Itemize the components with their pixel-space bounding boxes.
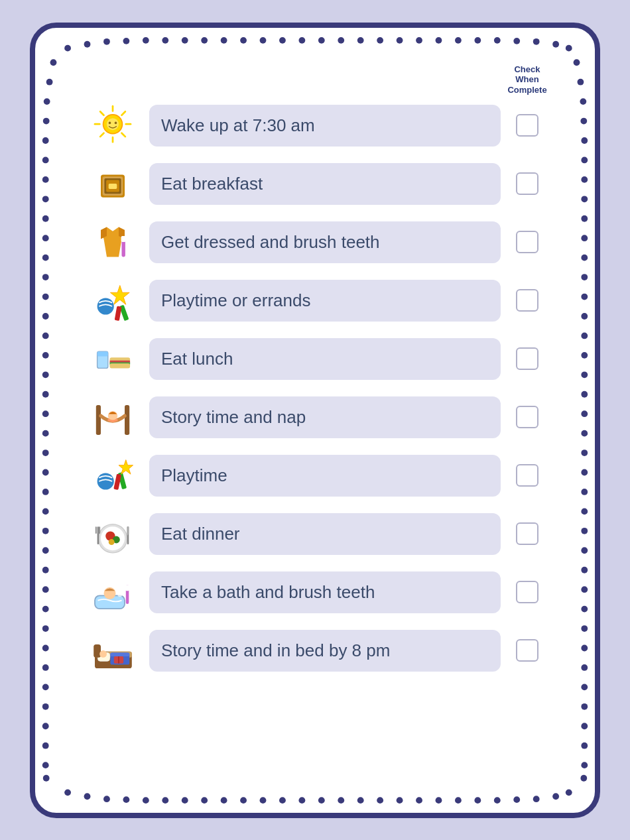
svg-line-141 bbox=[100, 133, 103, 137]
svg-rect-184 bbox=[125, 585, 129, 591]
svg-point-61 bbox=[42, 196, 49, 202]
schedule-row-story-nap: Story time and nap bbox=[76, 390, 554, 444]
activity-lunch: Eat lunch bbox=[149, 338, 501, 380]
activity-breakfast: Eat breakfast bbox=[149, 163, 501, 205]
icon-dressed bbox=[76, 215, 149, 269]
svg-rect-163 bbox=[125, 405, 129, 435]
svg-point-71 bbox=[42, 390, 49, 397]
svg-point-62 bbox=[42, 215, 49, 221]
checkbox-dinner[interactable] bbox=[516, 522, 538, 545]
svg-point-193 bbox=[99, 650, 107, 658]
activity-bath: Take a bath and brush teeth bbox=[149, 571, 501, 613]
svg-point-124 bbox=[581, 684, 588, 690]
svg-point-111 bbox=[581, 430, 588, 436]
svg-rect-157 bbox=[97, 351, 108, 356]
activity-playtime2: Playtime bbox=[149, 455, 501, 497]
checkbox-wrap-breakfast bbox=[501, 172, 554, 195]
checkbox-wrap-story-nap bbox=[501, 406, 554, 428]
schedule-rows: Wake up at 7:30 am Eat breakfast Get dre… bbox=[76, 99, 554, 682]
checkbox-wrap-dinner bbox=[501, 522, 554, 545]
svg-point-58 bbox=[42, 137, 49, 144]
svg-point-81 bbox=[42, 586, 49, 593]
svg-point-66 bbox=[42, 293, 49, 300]
svg-point-125 bbox=[581, 703, 588, 709]
checkbox-wrap-playtime-errands bbox=[501, 289, 554, 312]
svg-point-103 bbox=[581, 274, 588, 280]
svg-point-83 bbox=[42, 625, 49, 632]
svg-point-95 bbox=[580, 117, 587, 124]
main-card: CheckWhenComplete Wake up at 7:30 am Eat… bbox=[30, 23, 600, 818]
checkbox-lunch[interactable] bbox=[516, 347, 538, 370]
icon-breakfast bbox=[76, 157, 149, 210]
svg-point-84 bbox=[42, 644, 49, 651]
checkbox-wrap-wake-up bbox=[501, 114, 554, 137]
checkbox-wrap-lunch bbox=[501, 347, 554, 370]
svg-point-99 bbox=[581, 196, 588, 202]
svg-rect-190 bbox=[94, 644, 101, 658]
col-header-check: CheckWhenComplete bbox=[501, 64, 554, 95]
svg-point-59 bbox=[42, 156, 49, 163]
svg-point-109 bbox=[581, 390, 588, 397]
svg-point-101 bbox=[581, 235, 588, 241]
svg-point-110 bbox=[581, 410, 588, 417]
svg-point-86 bbox=[42, 684, 49, 690]
checkbox-story-nap[interactable] bbox=[516, 406, 538, 428]
svg-rect-162 bbox=[96, 405, 101, 435]
svg-point-55 bbox=[46, 78, 53, 85]
activity-story-nap: Story time and nap bbox=[149, 396, 501, 438]
svg-point-77 bbox=[42, 508, 49, 514]
svg-point-88 bbox=[42, 723, 49, 729]
svg-point-114 bbox=[581, 489, 588, 495]
svg-marker-153 bbox=[110, 286, 129, 305]
activity-dressed: Get dressed and brush teeth bbox=[149, 221, 501, 263]
svg-rect-189 bbox=[110, 653, 129, 656]
svg-point-89 bbox=[42, 742, 49, 749]
icon-bath bbox=[76, 566, 149, 619]
icon-bed bbox=[76, 624, 149, 677]
checkbox-wrap-bath bbox=[501, 581, 554, 603]
svg-point-82 bbox=[42, 605, 49, 612]
checkbox-bed[interactable] bbox=[516, 639, 538, 662]
svg-rect-151 bbox=[121, 236, 126, 242]
svg-marker-168 bbox=[119, 460, 133, 475]
svg-point-100 bbox=[581, 215, 588, 221]
checkbox-bath[interactable] bbox=[516, 581, 538, 603]
svg-point-126 bbox=[581, 723, 588, 729]
activity-playtime-errands: Playtime or errands bbox=[149, 280, 501, 322]
svg-point-65 bbox=[42, 274, 49, 280]
svg-point-173 bbox=[109, 539, 115, 545]
svg-point-79 bbox=[42, 547, 49, 554]
svg-point-128 bbox=[581, 762, 588, 768]
svg-point-90 bbox=[42, 762, 49, 768]
activity-bed: Story time and in bed by 8 pm bbox=[149, 630, 501, 672]
svg-point-112 bbox=[581, 450, 588, 456]
svg-point-54 bbox=[50, 59, 57, 66]
svg-point-57 bbox=[43, 117, 50, 124]
checkbox-wrap-playtime2 bbox=[501, 464, 554, 487]
svg-point-107 bbox=[581, 351, 588, 358]
svg-point-122 bbox=[581, 644, 588, 651]
activity-wake-up: Wake up at 7:30 am bbox=[149, 105, 501, 147]
svg-point-181 bbox=[117, 592, 122, 597]
checkbox-wrap-bed bbox=[501, 639, 554, 662]
svg-point-117 bbox=[581, 547, 588, 554]
schedule-row-breakfast: Eat breakfast bbox=[76, 157, 554, 210]
checkbox-playtime-errands[interactable] bbox=[516, 289, 538, 312]
activity-dinner: Eat dinner bbox=[149, 513, 501, 555]
checkbox-playtime2[interactable] bbox=[516, 464, 538, 487]
checkbox-dressed[interactable] bbox=[516, 231, 538, 253]
svg-point-63 bbox=[42, 235, 49, 241]
checkbox-breakfast[interactable] bbox=[516, 172, 538, 195]
svg-rect-174 bbox=[97, 526, 99, 544]
svg-point-69 bbox=[42, 351, 49, 358]
checkbox-wake-up[interactable] bbox=[516, 114, 538, 137]
svg-point-104 bbox=[581, 293, 588, 300]
svg-line-140 bbox=[122, 112, 125, 115]
svg-point-102 bbox=[581, 254, 588, 261]
schedule-row-lunch: Eat lunch bbox=[76, 332, 554, 385]
icon-playtime2 bbox=[76, 449, 149, 502]
svg-line-138 bbox=[100, 112, 103, 115]
icon-wake-up bbox=[76, 99, 149, 152]
svg-point-56 bbox=[44, 98, 50, 105]
icon-playtime-errands bbox=[76, 274, 149, 327]
